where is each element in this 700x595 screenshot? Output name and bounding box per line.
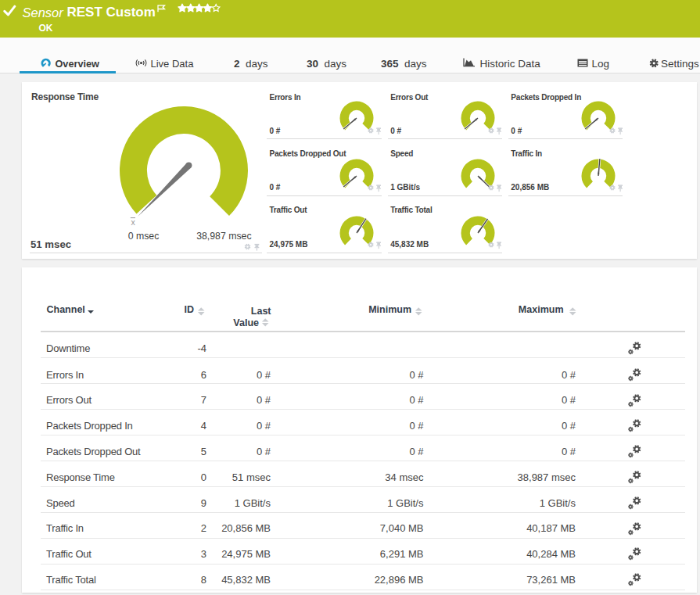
- svg-text:x: x: [131, 217, 136, 227]
